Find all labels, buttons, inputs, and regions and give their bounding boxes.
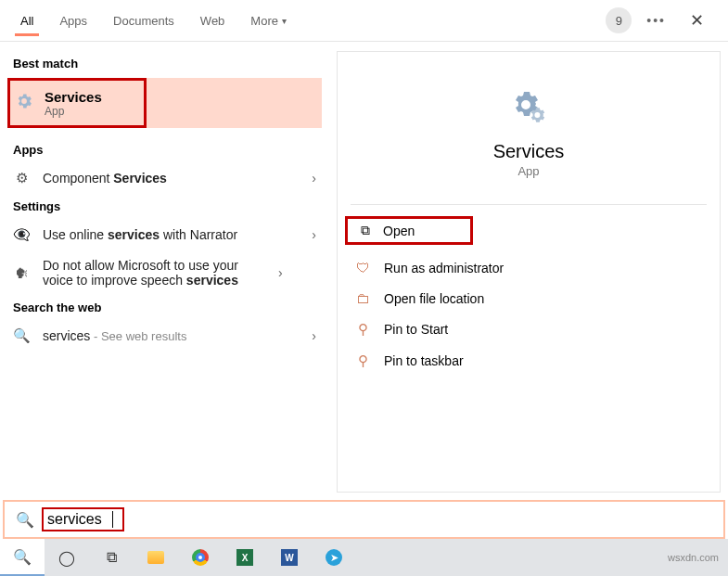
search-tabs: All Apps Documents Web More▾ 9 ••• ✕ <box>0 0 728 42</box>
taskbar-taskview-button[interactable]: ⧉ <box>89 539 134 576</box>
preview-panel: Services App ⧉ Open 🛡 Run as administrat… <box>337 51 721 493</box>
taskbar-chrome[interactable] <box>178 539 223 576</box>
text-cursor <box>112 511 113 528</box>
notification-badge[interactable]: 9 <box>606 7 632 33</box>
tab-web[interactable]: Web <box>187 0 238 42</box>
section-settings: Settings <box>0 194 329 219</box>
search-icon: 🔍 <box>13 327 30 344</box>
action-open-file-location[interactable]: 🗀 Open file location <box>338 283 720 314</box>
results-panel: Best match Services App Apps ⚙ Component… <box>0 42 329 496</box>
taskbar-search-button[interactable]: 🔍 <box>0 539 45 576</box>
best-match-subtitle: App <box>45 105 102 118</box>
search-bar[interactable]: 🔍 <box>3 500 725 539</box>
tab-apps[interactable]: Apps <box>46 0 100 42</box>
search-icon: 🔍 <box>10 511 40 529</box>
section-apps: Apps <box>0 137 329 162</box>
pin-icon: ⚲ <box>354 321 371 338</box>
open-icon: ⧉ <box>361 223 370 238</box>
services-app-icon <box>506 87 551 132</box>
chevron-down-icon: ▾ <box>282 16 287 26</box>
taskbar-word[interactable]: W <box>267 539 312 576</box>
taskbar-file-explorer[interactable] <box>134 539 178 576</box>
close-button[interactable]: ✕ <box>681 10 713 31</box>
taskbar-telegram[interactable]: ➤ <box>312 539 356 576</box>
best-match-result[interactable]: Services App <box>7 78 322 128</box>
action-run-as-admin[interactable]: 🛡 Run as administrator <box>338 252 720 283</box>
admin-icon: 🛡 <box>354 260 371 275</box>
tab-documents[interactable]: Documents <box>100 0 187 42</box>
gear-icon <box>15 92 33 115</box>
taskbar: 🔍 ◯ ⧉ X W ➤ wsxdn.com <box>0 539 728 576</box>
preview-title: Services <box>338 141 720 162</box>
narrator-icon: 👁‍🗨 <box>13 226 30 243</box>
taskbar-excel[interactable]: X <box>223 539 267 576</box>
best-match-title: Services <box>45 89 102 105</box>
action-pin-to-taskbar[interactable]: ⚲ Pin to taskbar <box>338 345 720 377</box>
tab-all[interactable]: All <box>7 0 46 42</box>
result-narrator-services[interactable]: 👁‍🗨 Use online services with Narrator › <box>0 219 329 250</box>
pin-icon: ⚲ <box>354 352 371 369</box>
result-speech-services[interactable]: 🗣 Do not allow Microsoft to use your voi… <box>0 250 329 295</box>
chevron-right-icon: › <box>312 227 316 242</box>
more-options-button[interactable]: ••• <box>639 13 673 28</box>
chevron-right-icon: › <box>312 171 316 186</box>
action-open[interactable]: ⧉ Open <box>345 216 473 245</box>
taskbar-cortana-button[interactable]: ◯ <box>45 539 89 576</box>
watermark: wsxdn.com <box>668 552 728 563</box>
component-services-icon: ⚙ <box>13 170 30 186</box>
chevron-right-icon: › <box>312 328 316 343</box>
tab-more[interactable]: More▾ <box>237 0 300 42</box>
separator <box>351 204 707 205</box>
section-best-match: Best match <box>0 51 329 76</box>
search-input[interactable] <box>47 511 112 528</box>
preview-subtitle: App <box>338 164 720 178</box>
result-web-search[interactable]: 🔍 services - See web results › <box>0 320 329 352</box>
section-web: Search the web <box>0 295 329 320</box>
chevron-right-icon: › <box>278 265 283 280</box>
speech-icon: 🗣 <box>13 265 30 281</box>
folder-icon: 🗀 <box>354 290 371 306</box>
action-pin-to-start[interactable]: ⚲ Pin to Start <box>338 314 720 345</box>
result-component-services[interactable]: ⚙ Component Services › <box>0 162 329 194</box>
